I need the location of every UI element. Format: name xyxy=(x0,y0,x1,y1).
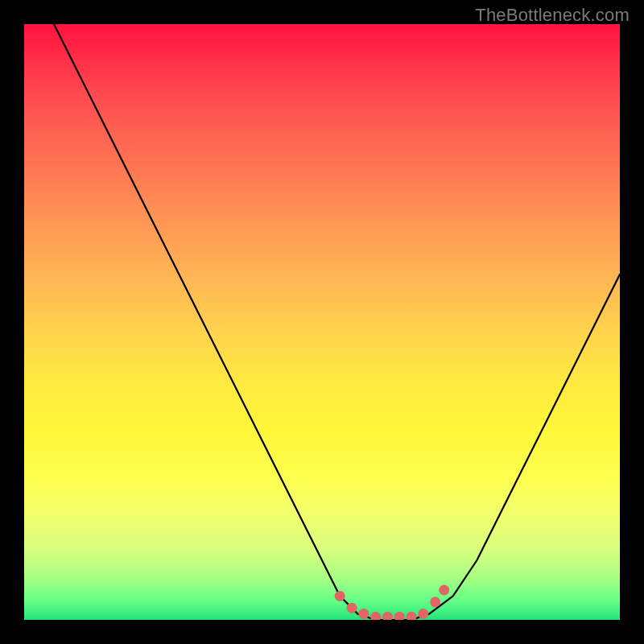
attribution-label: TheBottleneck.com xyxy=(475,5,630,26)
gradient-plot-area xyxy=(24,24,620,620)
chart-frame: TheBottleneck.com xyxy=(0,0,644,644)
